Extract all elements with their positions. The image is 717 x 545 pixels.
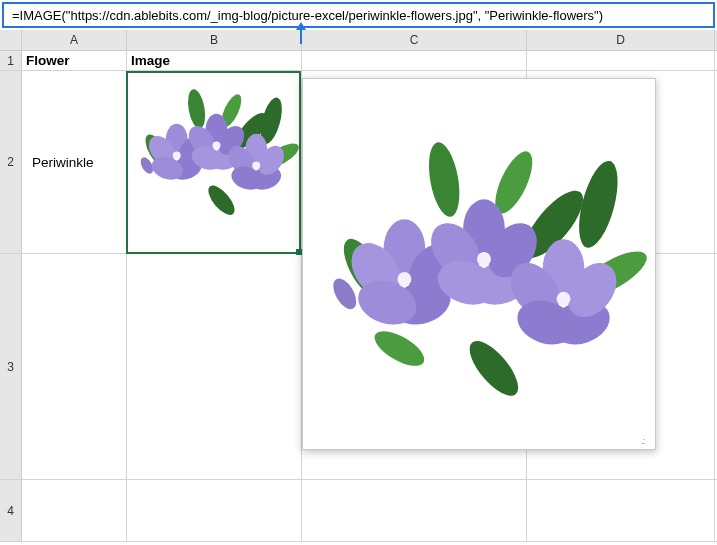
cell-A4[interactable] bbox=[22, 480, 127, 541]
cell-D4[interactable] bbox=[527, 480, 715, 541]
periwinkle-image-large bbox=[309, 85, 649, 443]
arrow-annotation bbox=[300, 24, 302, 44]
cell-D1[interactable] bbox=[527, 51, 715, 70]
cell-B1[interactable]: Image bbox=[127, 51, 302, 70]
cell-A3[interactable] bbox=[22, 254, 127, 479]
cell-B4[interactable] bbox=[127, 480, 302, 541]
svg-point-1 bbox=[185, 88, 208, 130]
svg-point-13 bbox=[173, 152, 181, 160]
svg-point-52 bbox=[557, 292, 571, 306]
svg-point-33 bbox=[369, 324, 429, 373]
cell-C4[interactable] bbox=[302, 480, 527, 541]
row-4: 4 bbox=[0, 480, 717, 542]
row-header-2[interactable]: 2 bbox=[0, 71, 22, 253]
cell-B3[interactable] bbox=[127, 254, 302, 479]
row-header-4[interactable]: 4 bbox=[0, 480, 22, 541]
image-preview-popup[interactable]: .: bbox=[302, 78, 656, 450]
svg-point-27 bbox=[424, 140, 465, 219]
formula-text: =IMAGE("https://cdn.ablebits.com/_img-bl… bbox=[12, 8, 603, 23]
cell-A1[interactable]: Flower bbox=[22, 51, 127, 70]
cell-B2[interactable] bbox=[127, 71, 302, 253]
column-header-D[interactable]: D bbox=[527, 30, 715, 50]
column-header-C[interactable]: C bbox=[302, 30, 527, 50]
row-header-1[interactable]: 1 bbox=[0, 51, 22, 70]
svg-point-19 bbox=[213, 142, 221, 150]
column-header-B[interactable]: B bbox=[127, 30, 302, 50]
svg-point-6 bbox=[204, 181, 239, 219]
periwinkle-image-thumb bbox=[127, 71, 301, 253]
row-1: 1 Flower Image bbox=[0, 51, 717, 71]
column-headers: A B C D bbox=[0, 30, 717, 51]
svg-point-25 bbox=[252, 162, 260, 170]
cell-A2[interactable]: Periwinkle bbox=[22, 71, 127, 253]
column-header-A[interactable]: A bbox=[22, 30, 127, 50]
select-all-corner[interactable] bbox=[0, 30, 22, 50]
formula-bar[interactable]: =IMAGE("https://cdn.ablebits.com/_img-bl… bbox=[2, 2, 715, 28]
cell-C1[interactable] bbox=[302, 51, 527, 70]
svg-point-32 bbox=[462, 334, 527, 404]
svg-point-46 bbox=[477, 252, 491, 266]
svg-point-40 bbox=[397, 272, 411, 286]
row-header-3[interactable]: 3 bbox=[0, 254, 22, 479]
resize-handle-icon[interactable]: .: bbox=[641, 436, 651, 446]
